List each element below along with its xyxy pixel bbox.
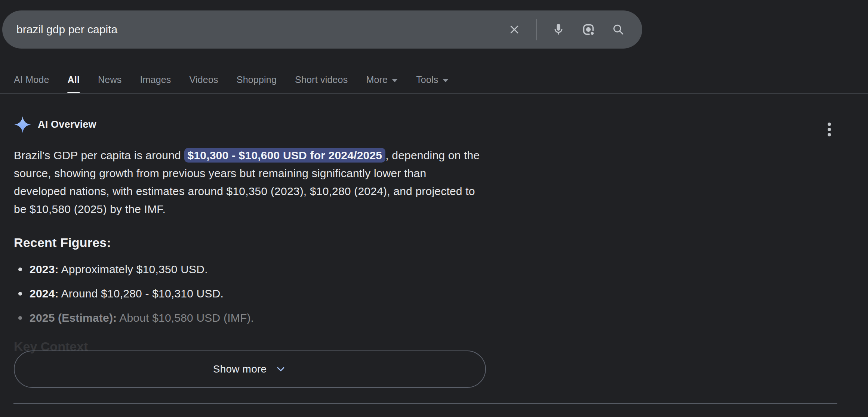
clear-icon[interactable] — [507, 22, 522, 37]
microphone-icon[interactable] — [551, 22, 566, 37]
section-divider — [13, 403, 837, 404]
lens-camera-icon[interactable] — [581, 22, 596, 37]
search-input[interactable] — [2, 10, 507, 49]
bullet-dot — [14, 268, 30, 271]
tabs-divider — [0, 93, 868, 94]
ai-overview-title: AI Overview — [38, 119, 96, 130]
tab-more[interactable]: More — [366, 69, 398, 90]
recent-figures-list: 2023: Approximately $10,350 USD. 2024: A… — [14, 263, 482, 336]
sparkle-icon — [14, 116, 31, 133]
chevron-down-icon — [275, 363, 287, 375]
bullet-text: Around $10,280 - $10,310 USD. — [59, 287, 224, 300]
bullet-year: 2025 (Estimate): — [30, 312, 117, 324]
kebab-menu-icon[interactable] — [820, 117, 838, 141]
bullet-dot — [14, 316, 30, 320]
chevron-down-icon — [443, 79, 449, 82]
tab-news[interactable]: News — [98, 69, 121, 90]
search-bar — [2, 10, 642, 49]
search-icon[interactable] — [611, 22, 626, 37]
paragraph-text: Brazil's GDP per capita is around — [14, 149, 184, 161]
list-item: 2025 (Estimate): About $10,580 USD (IMF)… — [14, 312, 482, 324]
tab-short-videos[interactable]: Short videos — [295, 69, 348, 90]
result-tabs: AI Mode All News Images Videos Shopping … — [14, 66, 449, 93]
tab-videos[interactable]: Videos — [190, 69, 218, 90]
tab-tools[interactable]: Tools — [416, 69, 448, 90]
search-divider — [536, 19, 537, 40]
tab-all[interactable]: All — [68, 69, 80, 90]
bullet-text: About $10,580 USD (IMF). — [117, 312, 254, 324]
recent-figures-heading: Recent Figures: — [14, 235, 111, 250]
tab-shopping[interactable]: Shopping — [237, 69, 277, 90]
bullet-year: 2023: — [30, 263, 59, 275]
tab-ai-mode[interactable]: AI Mode — [14, 69, 49, 90]
show-more-label: Show more — [213, 363, 267, 375]
highlighted-answer[interactable]: $10,300 - $10,600 USD for 2024/2025 — [184, 148, 386, 163]
ai-overview-header: AI Overview — [14, 116, 96, 133]
bullet-dot — [14, 292, 30, 296]
chevron-down-icon — [392, 79, 398, 82]
bullet-year: 2024: — [30, 287, 59, 300]
list-item: 2024: Around $10,280 - $10,310 USD. — [14, 287, 482, 300]
search-actions — [507, 19, 642, 40]
show-more-button[interactable]: Show more — [14, 350, 486, 388]
bullet-text: Approximately $10,350 USD. — [59, 263, 208, 275]
tab-images[interactable]: Images — [140, 69, 171, 90]
list-item: 2023: Approximately $10,350 USD. — [14, 263, 482, 276]
ai-overview-paragraph: Brazil's GDP per capita is around $10,30… — [14, 146, 482, 218]
